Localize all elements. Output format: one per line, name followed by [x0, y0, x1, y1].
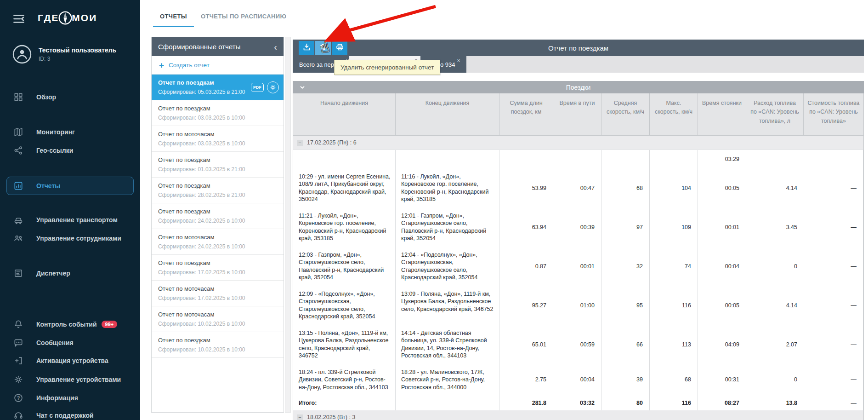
sidebar-item-label: Диспетчер	[36, 270, 70, 277]
user-profile[interactable]: Тестовый пользователь ID: 3	[12, 44, 136, 64]
vehicle-icon	[13, 215, 23, 225]
menu-collapse-icon[interactable]	[12, 12, 26, 24]
pdf-format-icon[interactable]: PDF	[251, 83, 264, 92]
close-icon[interactable]: ×	[457, 58, 460, 64]
report-item-date: Сформирован: 03.03.2025 в 10:00	[158, 140, 277, 147]
chat-icon	[13, 338, 23, 348]
user-info: Тестовый пользователь ID: 3	[39, 46, 116, 63]
report-item-title: Отчет по моточасам	[158, 131, 277, 138]
trip-avg-cell: 39	[601, 364, 650, 396]
report-item-date: Сформирован: 24.02.2025 в 10:00	[158, 218, 277, 224]
trip-end-cell: 12:01 - Газпром, «Дон», Старолеушковское…	[396, 207, 499, 247]
sidebar-item-info[interactable]: ?Информация	[6, 389, 134, 407]
trip-fuel-cell	[746, 150, 804, 168]
tab-scheduled-reports[interactable]: ОТЧЕТЫ ПО РАСПИСАНИЮ	[194, 13, 293, 27]
trip-fuel-cell: 0	[746, 247, 804, 286]
report-list-item[interactable]: Отчет по моточасамСформирован: 17.02.202…	[152, 281, 284, 306]
report-list-item[interactable]: Отчет по поездкамСформирован: 24.02.2025…	[152, 203, 284, 229]
report-list-item[interactable]: Отчет по моточасамСформирован: 03.03.202…	[152, 126, 284, 152]
trip-cost-cell: —	[804, 364, 863, 396]
sidebar-item-label: Управление сотрудниками	[36, 235, 121, 242]
report-list-item[interactable]: Отчет по поездкамСформирован: 17.02.2025…	[152, 255, 284, 281]
report-list: Отчет по поездкамСформирован: 05.03.2025…	[152, 75, 284, 358]
download-report-button[interactable]	[299, 41, 314, 55]
trip-end-cell: 18:28 - ул. Малиновского, 17Ж, Советский…	[396, 364, 499, 396]
user-avatar-icon	[12, 44, 32, 64]
sidebar-item-support[interactable]: Чат с поддержкой	[6, 406, 134, 420]
panel-scrollbar[interactable]	[285, 37, 291, 413]
tab-vehicle-934[interactable]: lo 934 ×	[439, 56, 460, 73]
trip-avg-cell: 32	[601, 247, 650, 286]
trip-fuel-cell: 3.45	[746, 207, 804, 247]
trip-dur-cell: 00:39	[553, 207, 601, 247]
report-list-item[interactable]: Отчет по моточасамСформирован: 24.02.202…	[152, 229, 284, 255]
sidebar-item-geolinks[interactable]: Гео-ссылки	[6, 141, 134, 160]
report-list-item[interactable]: Отчет по поездкамСформирован: 03.03.2025…	[152, 100, 284, 126]
report-view: Отчет по поездкам	[293, 0, 864, 420]
collapse-panel-icon[interactable]: ‹	[274, 42, 277, 52]
people-icon	[13, 233, 23, 243]
create-report-button[interactable]: + Создать отчет	[152, 56, 284, 75]
total-idle-cell: 08:27	[698, 396, 746, 410]
sidebar-item-vehicles[interactable]: Управление транспортом	[6, 211, 134, 229]
delete-tooltip: Удалить сгенерированный отчет	[334, 60, 440, 75]
trip-avg-cell	[601, 150, 650, 168]
report-item-date: Сформирован: 28.02.2025 в 21:00	[158, 192, 277, 198]
sidebar-item-overview[interactable]: Обзор	[6, 88, 134, 106]
trip-end-cell: 14:14 - Детская областная больница, ул. …	[396, 325, 499, 364]
bell-icon	[13, 319, 23, 329]
sidebar-item-events[interactable]: Контроль событий99+	[6, 315, 134, 334]
trip-dur-cell: 00:59	[553, 325, 601, 364]
user-name: Тестовый пользователь	[39, 46, 116, 55]
sidebar-item-dispatcher[interactable]: Диспетчер	[6, 264, 134, 282]
report-item-date: Сформирован: 10.02.2025 в 10:00	[158, 321, 277, 327]
trip-max-cell: 74	[650, 247, 698, 286]
report-list-item[interactable]: Отчет по моточасамСформирован: 10.02.202…	[152, 306, 284, 332]
svg-text:?: ?	[17, 395, 20, 401]
trip-fuel-cell: 2.07	[746, 325, 804, 364]
sidebar-item-monitoring[interactable]: Мониторинг	[6, 123, 134, 141]
report-list-item[interactable]: Отчет по поездкамСформирован: 28.02.2025…	[152, 178, 284, 203]
sidebar-top: ГДЕ МОИ	[0, 7, 140, 29]
trip-avg-cell: 66	[601, 325, 650, 364]
download-icon	[302, 43, 311, 53]
trip-dur-cell: 00:01	[553, 247, 601, 286]
print-report-button[interactable]	[332, 41, 347, 55]
sidebar-item-messages[interactable]: Сообщения	[6, 334, 134, 352]
trip-dist-cell: 0.87	[499, 247, 553, 286]
trip-dist-cell: 53.99	[499, 168, 553, 207]
report-list-item[interactable]: Отчет по поездкамСформирован: 01.03.2025…	[152, 152, 284, 178]
report-settings-icon[interactable]	[267, 81, 279, 93]
column-header: Время стоянки	[698, 93, 746, 136]
tab-reports[interactable]: ОТЧЕТЫ	[153, 13, 194, 27]
trip-max-cell: 113	[650, 325, 698, 364]
sidebar-item-devices[interactable]: Управление устройствами	[6, 370, 134, 389]
report-list-item[interactable]: Отчет по поездкамСформирован: 05.03.2025…	[152, 75, 284, 100]
compass-icon	[57, 10, 73, 26]
sidebar-item-label: Управление транспортом	[36, 216, 118, 224]
report-list-item[interactable]: Отчет по поездкамСформирован: 10.02.2025…	[152, 332, 284, 358]
generated-reports-title: Сформированные отчеты	[158, 43, 240, 51]
date-group-row[interactable]: −17.02.2025 (Пн) : 6	[293, 136, 863, 150]
trip-end-cell: 13:09 - Поляна, «Дон», 1119-й км, Цукеро…	[396, 286, 499, 325]
report-item-actions: PDF	[251, 81, 279, 93]
sidebar-item-employees[interactable]: Управление сотрудниками	[6, 229, 134, 247]
collapse-group-icon[interactable]: −	[297, 140, 303, 146]
sidebar-item-activation[interactable]: Активация устройства	[6, 351, 134, 370]
trip-fuel-cell: 4.14	[746, 168, 804, 207]
total-cost-cell: —	[804, 396, 863, 410]
report-item-date: Сформирован: 10.02.2025 в 10:00	[158, 346, 277, 353]
trip-start-cell: 11:21 - Лукойл, «Дон», Кореновское гор. …	[293, 207, 396, 247]
sidebar-item-label: Гео-ссылки	[36, 147, 73, 154]
trip-dist-cell: 65.01	[499, 325, 553, 364]
trip-fuel-cell: 0	[746, 364, 804, 396]
share-icon	[13, 145, 23, 155]
date-group-label: 18.02.2025 (Вт) : 3	[307, 414, 355, 420]
map-icon	[13, 127, 23, 137]
report-title: Отчет по поездкам	[293, 40, 864, 56]
generated-reports-header: Сформированные отчеты ‹	[152, 37, 284, 56]
trip-max-cell: 109	[650, 207, 698, 247]
collapse-group-icon[interactable]: −	[297, 414, 303, 420]
sidebar-item-reports[interactable]: Отчеты	[6, 177, 134, 195]
date-group-row[interactable]: −18.02.2025 (Вт) : 3	[293, 410, 863, 420]
